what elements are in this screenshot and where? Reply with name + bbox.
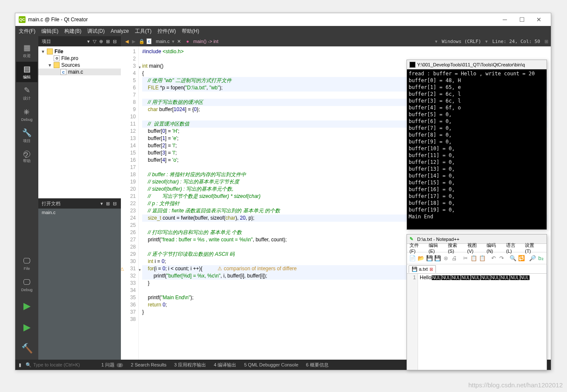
tab-close-icon[interactable]: ✕	[177, 39, 181, 44]
panel-toolbar-icons[interactable]: ▾ ▽ ⊕ ⊞ ⊟	[87, 39, 117, 44]
paste-icon[interactable]: 📋	[478, 254, 487, 263]
terminal-output[interactable]: fread : buffer = Hello , write count = 2…	[407, 69, 547, 229]
zoom-icon[interactable]: 🔎	[529, 254, 537, 263]
npp-editor[interactable]: 1 HelloNULNULNULNULNULNULNULNULNULNUL	[407, 274, 547, 370]
nav-back-icon[interactable]: ◀	[125, 39, 129, 44]
menu-tools[interactable]: 工具(T)	[135, 28, 152, 35]
terminal-titlebar: Y:\001_DevelopTools\011_QT\Tools\QtCreat…	[407, 60, 547, 69]
mode-design[interactable]: ✎设计	[16, 83, 37, 103]
issues-badge: 2	[117, 363, 123, 367]
close-button[interactable]: ✕	[530, 13, 547, 26]
nav-fwd-icon[interactable]: ▶	[132, 39, 135, 44]
folder-icon	[47, 49, 53, 54]
kit-selector[interactable]: 🖵File	[16, 253, 37, 274]
split-icon[interactable]: ⊞	[544, 39, 548, 44]
sidebar-toggle-icon[interactable]: ▮	[19, 362, 21, 368]
sb-general[interactable]: 6 概要信息	[306, 362, 329, 368]
npp-menu-lang[interactable]: 语言(L)	[506, 242, 521, 254]
mode-help[interactable]: ?帮助	[16, 147, 37, 167]
editor-tab-name[interactable]: main.c	[156, 39, 169, 44]
sb-app-output[interactable]: 3 应用程序输出	[174, 362, 206, 368]
save-state-icon: 💾	[412, 266, 418, 272]
function-selector[interactable]: main() -> int	[193, 39, 218, 44]
npp-text[interactable]: HelloNULNULNULNULNULNULNULNULNULNUL	[418, 274, 531, 370]
new-icon[interactable]: 📄	[409, 254, 417, 263]
npp-menu-edit[interactable]: 编辑(E)	[429, 242, 444, 254]
minimize-button[interactable]: ─	[496, 13, 513, 26]
npp-menu-settings[interactable]: 设置(T)	[525, 242, 540, 254]
npp-menu-view[interactable]: 视图(V)	[467, 242, 482, 254]
sb-qml-console[interactable]: 5 QML Debugger Console	[244, 362, 298, 367]
func-dropdown-icon[interactable]: ▾	[435, 39, 438, 44]
lock-icon[interactable]: 🔒	[139, 39, 145, 44]
tab-dropdown-icon[interactable]: ▾	[172, 39, 175, 44]
titlebar: QC main.c @ File - Qt Creator ─ ☐ ✕	[15, 13, 551, 26]
sb-compile-output[interactable]: 4 编译输出	[214, 362, 236, 368]
undo-icon[interactable]: ↶	[490, 254, 498, 263]
replace-icon[interactable]: 🔁	[517, 254, 525, 263]
terminal-window: Y:\001_DevelopTools\011_QT\Tools\QtCreat…	[407, 60, 547, 230]
project-panel-header: 项目▾ ▽ ⊕ ⊞ ⊟	[38, 36, 121, 46]
find-icon[interactable]: 🔍	[509, 254, 517, 263]
mode-welcome[interactable]: ▦欢迎	[16, 40, 37, 61]
redo-icon[interactable]: ↷	[498, 254, 506, 263]
npp-menu-encoding[interactable]: 编码(N)	[487, 242, 502, 254]
locator-input[interactable]	[33, 362, 93, 367]
menu-widgets[interactable]: 控件(W)	[158, 28, 176, 35]
menu-analyze[interactable]: Analyze	[111, 28, 129, 34]
terminal-title: Y:\001_DevelopTools\011_QT\Tools\QtCreat…	[417, 62, 525, 67]
npp-tab-atxt[interactable]: 💾 a.txt ⊠	[409, 265, 436, 273]
npp-menu-file[interactable]: 文件(F)	[410, 242, 424, 254]
editor-tabbar: ◀ ▶ 🔒 c main.c ▾ ✕ ● main() -> int ▾ Win…	[121, 36, 551, 46]
tree-pro-file[interactable]: ⚙File.pro	[38, 55, 121, 62]
copy-icon[interactable]: 📋	[470, 254, 478, 263]
folder-icon	[54, 62, 60, 68]
menu-file[interactable]: 文件(F)	[19, 28, 35, 35]
build-button[interactable]: 🔨	[16, 338, 37, 359]
mode-edit[interactable]: ▤编辑	[16, 62, 37, 82]
cursor-position: Line: 24, Col: 50	[492, 39, 540, 44]
tree-sources-folder[interactable]: ▾Sources	[38, 62, 121, 69]
qt-logo-icon: QC	[19, 16, 26, 23]
debug-run-button[interactable]: ▶	[16, 317, 37, 338]
close-icon[interactable]: ⊗	[442, 254, 450, 263]
menubar: 文件(F) 编辑(E) 构建(B) 调试(D) Analyze 工具(T) 控件…	[15, 26, 551, 36]
open-docs-header: 打开文档▾ ⊞ ⊟	[38, 198, 121, 209]
docs-toolbar-icons[interactable]: ▾ ⊞ ⊟	[100, 201, 117, 206]
enc-dropdown-icon[interactable]: ▾	[485, 39, 488, 44]
line-gutter: 123▾456789101112131415161718192021222324…	[121, 46, 139, 360]
tree-mainc[interactable]: cmain.c	[38, 69, 121, 75]
saveall-icon[interactable]: 💾	[434, 254, 442, 263]
npp-tab-label: a.txt	[419, 266, 428, 272]
open-icon[interactable]: 📂	[417, 254, 425, 263]
open-docs-list[interactable]: main.c	[38, 209, 121, 360]
print-icon[interactable]: 🖨	[450, 254, 458, 263]
run-button[interactable]: ▶	[16, 296, 37, 316]
c-file-icon: c	[146, 38, 152, 44]
menu-build[interactable]: 构建(B)	[64, 28, 81, 35]
c-file-icon: c	[60, 69, 66, 75]
save-icon[interactable]: 💾	[425, 254, 433, 263]
search-icon: 🔍	[26, 362, 32, 368]
mode-debug[interactable]: ⛯Debug	[16, 104, 37, 125]
encoding-label[interactable]: Windows (CRLF)	[442, 39, 481, 44]
menu-help[interactable]: 帮助(H)	[182, 28, 199, 35]
mode-projects[interactable]: 🔧项目	[16, 126, 37, 146]
npp-menubar: 文件(F) 编辑(E) 搜索(S) 视图(V) 编码(N) 语言(L) 设置(T…	[407, 244, 547, 252]
tab-close-icon[interactable]: ⊠	[430, 267, 433, 272]
mode-toolbar: ▦欢迎 ▤编辑 ✎设计 ⛯Debug 🔧项目 ?帮助 🖵File 🖵Debug …	[15, 36, 38, 360]
cmd-icon	[410, 62, 415, 68]
sb-issues[interactable]: 1 问题 2	[101, 362, 123, 368]
tree-root[interactable]: ▾File	[38, 48, 121, 55]
npp-toolbar: 📄 📂 💾 💾 ⊗ 🖨 ✂ 📋 📋 ↶ ↷ 🔍 🔁 🔎 b₂	[407, 252, 547, 264]
sb-search-results[interactable]: 2 Search Results	[131, 362, 166, 367]
npp-menu-search[interactable]: 搜索(S)	[448, 242, 463, 254]
menu-edit[interactable]: 编辑(E)	[41, 28, 58, 35]
menu-debug[interactable]: 调试(D)	[87, 28, 105, 35]
watermark: https://blog.csdn.net/han1202012	[468, 381, 563, 389]
run-target[interactable]: 🖵Debug	[16, 275, 37, 295]
maximize-button[interactable]: ☐	[513, 13, 530, 26]
cut-icon[interactable]: ✂	[461, 254, 470, 263]
word-icon[interactable]: b₂	[537, 254, 545, 263]
window-title: main.c @ File - Qt Creator	[28, 17, 88, 23]
